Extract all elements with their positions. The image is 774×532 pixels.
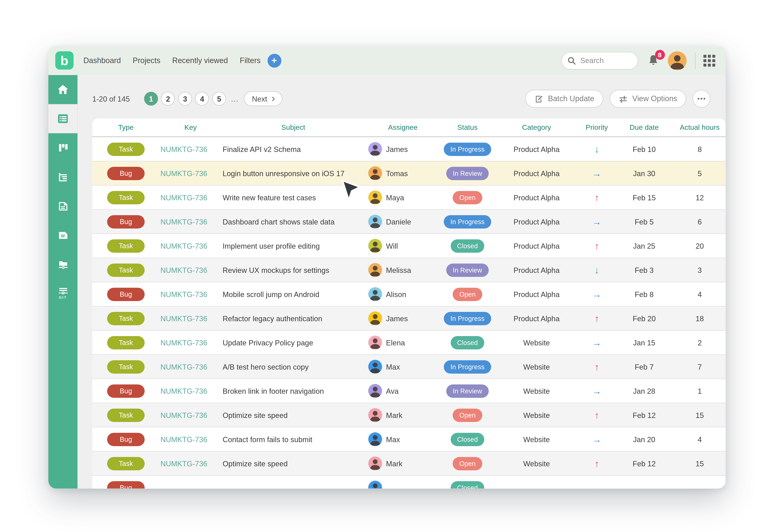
page-button-3[interactable]: 3 [178,92,192,106]
type-badge: Task [107,457,145,470]
grid-icon [703,54,716,67]
table-header: TypeKeySubjectAssigneeStatusCategoryPrio… [92,118,726,137]
tree-icon [57,171,69,183]
category: Website [494,338,579,347]
user-avatar[interactable] [668,51,686,70]
table-row[interactable]: Task NUMKTG-736 Optimize site speed Mark… [92,452,726,476]
page-button-5[interactable]: 5 [212,92,226,106]
table-row[interactable]: Task NUMKTG-736 Review UX mockups for se… [92,258,726,282]
issue-subject: Write new feature test cases [222,193,365,202]
status-badge: Open [453,408,482,422]
batch-update-button[interactable]: Batch Update [525,90,603,108]
assignee-name: Maya [386,193,404,202]
type-badge: Bug [107,215,145,228]
assignee-name: Will [386,242,398,250]
assignee-avatar [368,142,382,156]
column-header-subject: Subject [222,123,365,131]
assignee-name: Elena [386,338,405,347]
apps-grid-button[interactable] [703,54,716,67]
assignee-avatar [368,287,382,301]
priority-arrow-icon: ↑ [594,459,599,468]
due-date: Feb 15 [615,193,674,202]
table-row[interactable]: Task NUMKTG-736 Optimize site speed Mark… [92,403,726,427]
logo-letter: b [60,54,68,67]
batch-update-label: Batch Update [548,94,594,103]
category: Website [494,411,579,419]
issue-key[interactable]: NUMKTG-736 [159,338,222,347]
nav-item-filters[interactable]: Filters [240,56,260,65]
app-logo[interactable]: b [55,51,74,70]
issue-key[interactable]: NUMKTG-736 [159,217,222,226]
table-row[interactable]: Task NUMKTG-736 Write new feature test c… [92,186,726,210]
issue-key[interactable]: NUMKTG-736 [159,290,222,298]
actual-hours: 5 [674,169,726,178]
actual-hours: 15 [674,411,726,419]
type-badge: Task [107,191,145,204]
page-button-1[interactable]: 1 [144,92,158,106]
table-row[interactable]: Bug NUMKTG-736 Login button unresponsive… [92,161,726,186]
table-row[interactable]: Bug NUMKTG-736 Broken link in footer nav… [92,379,726,403]
actual-hours: 2 [674,338,726,347]
svg-text:W: W [60,233,65,238]
issue-key[interactable]: NUMKTG-736 [159,242,222,250]
assignee-name: Max [386,435,400,444]
table-row[interactable]: Bug NUMKTG-736 Contact form fails to sub… [92,427,726,452]
sidebar-item-label: GIT [59,296,67,299]
issue-key[interactable]: NUMKTG-736 [159,363,222,371]
notifications-button[interactable]: 8 [646,54,660,67]
assignee-avatar [368,408,382,422]
priority-arrow-icon: ↑ [594,314,599,323]
table-row[interactable]: Bug Closed → [92,476,726,489]
issue-key[interactable]: NUMKTG-736 [159,314,222,323]
column-header-status: Status [441,123,494,131]
more-options-button[interactable] [693,90,710,108]
sidebar-item-kanban[interactable] [48,133,77,162]
issue-key[interactable]: NUMKTG-736 [159,459,222,468]
table-row[interactable]: Bug NUMKTG-736 Mobile scroll jump on And… [92,282,726,307]
status-badge: Open [453,191,482,204]
next-page-button[interactable]: Next [244,91,283,106]
due-date: Feb 20 [615,314,674,323]
issue-key[interactable]: NUMKTG-736 [159,266,222,274]
add-button[interactable] [267,54,281,68]
issue-key[interactable]: NUMKTG-736 [159,435,222,444]
sidebar-item-tree[interactable] [48,162,77,191]
issue-key[interactable]: NUMKTG-736 [159,145,222,153]
actual-hours: 6 [674,217,726,226]
status-badge: In Progress [444,215,491,228]
issue-key[interactable]: NUMKTG-736 [159,411,222,419]
sidebar-item-folder-network[interactable] [48,250,77,279]
sidebar-item-git[interactable]: GIT [48,279,77,308]
issue-key[interactable]: NUMKTG-736 [159,387,222,395]
search-box [561,52,638,69]
actual-hours: 12 [674,193,726,202]
page-button-2[interactable]: 2 [161,92,175,106]
page-button-4[interactable]: 4 [195,92,209,106]
nav-item-dashboard[interactable]: Dashboard [83,56,121,65]
nav-item-recently-viewed[interactable]: Recently viewed [172,56,228,65]
assignee-name: Alison [386,290,406,298]
sidebar-item-home[interactable] [48,75,77,104]
table-row[interactable]: Task NUMKTG-736 A/B test hero section co… [92,355,726,379]
table-row[interactable]: Task NUMKTG-736 Implement user profile e… [92,234,726,258]
assignee-name: James [386,314,408,323]
sidebar-item-list[interactable] [48,104,77,133]
issue-key[interactable]: NUMKTG-736 [159,193,222,202]
list-icon [57,112,69,125]
type-badge: Task [107,239,145,252]
table-row[interactable]: Task NUMKTG-736 Update Privacy Policy pa… [92,331,726,355]
view-options-button[interactable]: View Options [610,90,686,108]
priority-arrow-icon: ↓ [594,144,599,154]
issue-subject: Login button unresponsive on iOS 17 [222,169,365,178]
issue-key[interactable]: NUMKTG-736 [159,169,222,178]
nav-item-projects[interactable]: Projects [133,56,160,65]
category: Website [494,459,579,468]
table-row[interactable]: Task NUMKTG-736 Refactor legacy authenti… [92,307,726,331]
actual-hours: 20 [674,242,726,250]
sidebar-item-document[interactable] [48,191,77,220]
sidebar-item-word-doc[interactable]: W [48,221,77,250]
table-row[interactable]: Bug NUMKTG-736 Dashboard chart shows sta… [92,210,726,234]
category: Website [494,387,579,395]
status-badge: Closed [451,481,484,489]
table-row[interactable]: Task NUMKTG-736 Finalize API v2 Schema J… [92,137,726,161]
